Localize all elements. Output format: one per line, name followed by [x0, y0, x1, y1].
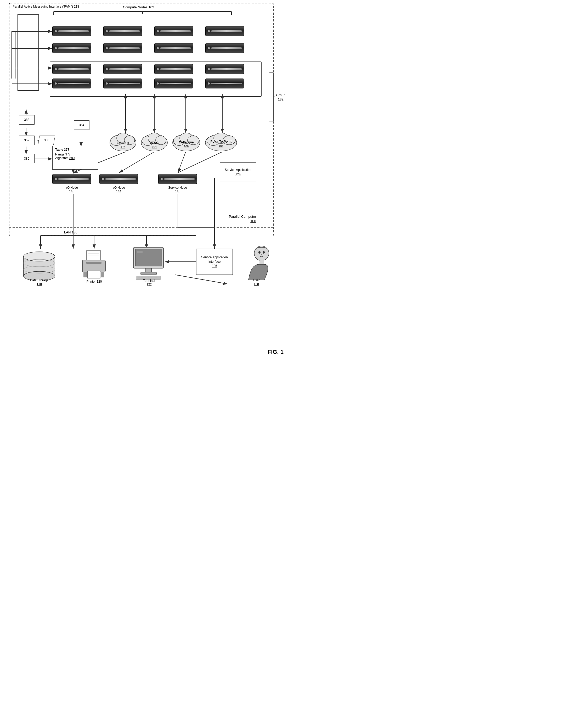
compute-node-r4c4	[205, 79, 244, 88]
compute-node-r1c3	[154, 26, 193, 36]
io-node-2-label: I/O Node 114	[98, 186, 140, 193]
compute-node-r2c3	[154, 43, 193, 53]
svg-rect-98	[101, 272, 104, 277]
compute-node-r2c1	[52, 43, 91, 53]
io-node-2-server	[99, 174, 138, 184]
compute-node-r4c1	[52, 79, 91, 88]
svg-line-58	[175, 275, 228, 284]
svg-rect-96	[88, 271, 100, 278]
box-382: 382	[19, 115, 35, 125]
point-to-point-cloud: Point To Point 108	[204, 128, 238, 152]
svg-text:Point To Point: Point To Point	[211, 140, 231, 143]
service-node-label: Service Node 116	[157, 186, 198, 193]
collective-cloud: Collective 106	[171, 128, 202, 152]
compute-node-r4c2	[103, 79, 142, 88]
pami-label: Parallel Active Messaging Interface ('PA…	[13, 5, 79, 9]
compute-node-r3c2	[103, 64, 142, 74]
svg-point-86	[24, 252, 55, 261]
table-box: Table 377 Range 378 Algorithm 380	[52, 146, 98, 170]
svg-text:JTAG: JTAG	[150, 141, 159, 145]
box-354: 354	[74, 120, 89, 130]
svg-rect-114	[259, 261, 264, 264]
group-label: Group 132	[276, 93, 286, 102]
service-app-interface-box: Service Application Interface 126	[196, 249, 233, 275]
compute-node-r2c4	[205, 43, 244, 53]
svg-rect-102	[146, 268, 151, 272]
ethernet-cloud: Ethernet 174	[108, 128, 137, 152]
lan-label: LAN 130	[64, 230, 78, 234]
jtag-cloud: JTAG 104	[140, 128, 169, 152]
compute-node-r3c4	[205, 64, 244, 74]
terminal: Terminal 122	[128, 246, 170, 283]
compute-node-r3c1	[52, 64, 91, 74]
svg-text:174: 174	[121, 145, 125, 148]
svg-rect-97	[84, 272, 87, 277]
svg-rect-90	[86, 251, 101, 261]
io-node-1-server	[52, 174, 91, 184]
box-352: 352	[19, 136, 35, 145]
data-storage: Data Storage 118	[21, 249, 58, 280]
svg-rect-9	[18, 15, 39, 90]
svg-text:Collective: Collective	[179, 141, 194, 144]
svg-point-112	[258, 251, 260, 253]
compute-nodes-label: Compute Nodes 102	[123, 5, 154, 10]
svg-rect-101	[137, 251, 143, 253]
figure-label: FIG. 1	[268, 349, 284, 355]
parallel-computer-label: Parallel Computer 100	[229, 214, 256, 224]
compute-node-r1c1	[52, 26, 91, 36]
compute-node-r1c4	[205, 26, 244, 36]
svg-point-113	[262, 251, 265, 253]
svg-rect-95	[86, 262, 102, 264]
printer-label: Printer 120	[79, 280, 110, 284]
svg-text:Ethernet: Ethernet	[117, 141, 129, 145]
service-application-box: Service Application 124	[220, 162, 256, 182]
compute-node-r1c2	[103, 26, 142, 36]
svg-line-33	[119, 152, 154, 173]
diagram: Parallel Active Messaging Interface ('PA…	[0, 0, 294, 360]
svg-rect-103	[141, 272, 156, 275]
user-figure: User 128	[240, 246, 272, 283]
svg-line-35	[178, 152, 222, 173]
table-title: Table 377	[55, 148, 95, 151]
svg-line-34	[178, 152, 186, 173]
box-386: 386	[19, 154, 35, 163]
compute-node-r2c2	[103, 43, 142, 53]
svg-text:106: 106	[184, 145, 189, 148]
terminal-label: Terminal 122	[128, 279, 170, 286]
svg-text:104: 104	[152, 145, 157, 148]
service-node-server	[158, 174, 197, 184]
io-node-1-label: I/O Node 110	[51, 186, 92, 193]
range-label: Range 378	[55, 152, 95, 156]
svg-text:108: 108	[219, 144, 223, 147]
compute-node-r3c3	[154, 64, 193, 74]
svg-line-59	[175, 275, 228, 284]
svg-rect-3	[9, 3, 273, 236]
algorithm-label: Algorithm 380	[55, 156, 95, 160]
printer: Printer 120	[79, 249, 110, 280]
box-358: 358	[38, 136, 55, 145]
compute-node-r4c3	[154, 79, 193, 88]
